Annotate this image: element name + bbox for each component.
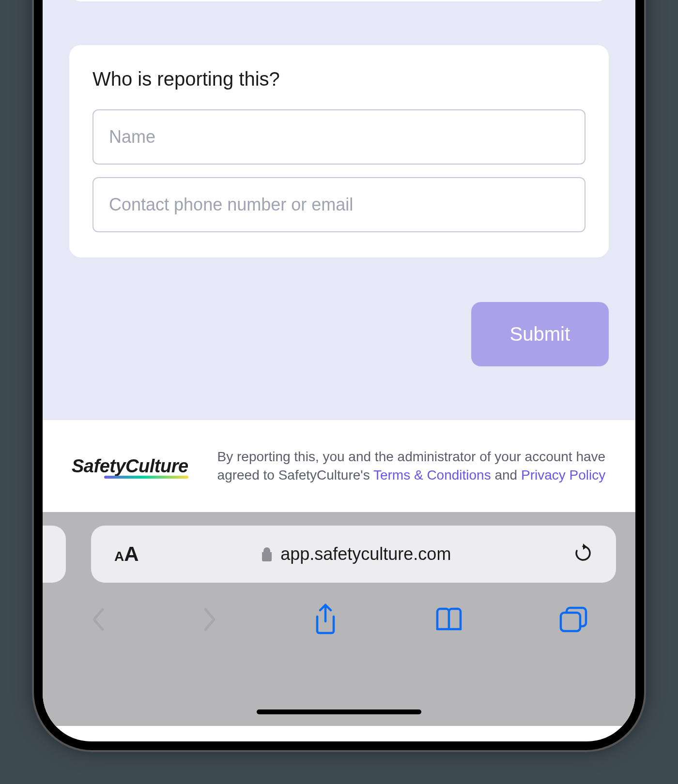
submit-row: Submit xyxy=(69,302,609,366)
card-title: Who is reporting this? xyxy=(92,68,586,90)
svg-rect-1 xyxy=(561,613,580,631)
phone-screen: Who is reporting this? Submit SafetyCult… xyxy=(43,0,635,741)
legal-text: By reporting this, you and the administr… xyxy=(217,448,606,484)
footer-bar: SafetyCulture By reporting this, you and… xyxy=(43,420,635,512)
share-button[interactable] xyxy=(312,603,339,636)
home-indicator[interactable] xyxy=(257,709,421,714)
adjacent-tab-edge[interactable] xyxy=(43,526,66,583)
safetyculture-logo: SafetyCulture xyxy=(72,456,188,477)
aa-small-icon: A xyxy=(114,549,124,564)
forward-button[interactable] xyxy=(201,606,218,633)
lock-icon xyxy=(261,547,273,561)
privacy-link[interactable]: Privacy Policy xyxy=(521,467,605,482)
app-content-area: Who is reporting this? Submit xyxy=(43,0,635,420)
submit-button[interactable]: Submit xyxy=(471,302,609,366)
reload-button[interactable] xyxy=(573,543,593,565)
contact-input[interactable] xyxy=(92,177,586,232)
name-input[interactable] xyxy=(92,109,586,165)
aa-big-icon: A xyxy=(124,543,139,566)
bookmarks-button[interactable] xyxy=(433,607,464,632)
previous-card-bottom xyxy=(69,0,609,1)
back-button[interactable] xyxy=(90,606,107,633)
logo-underline-icon xyxy=(104,476,188,479)
safari-toolbar xyxy=(62,583,616,636)
logo-label: SafetyCulture xyxy=(72,456,188,476)
legal-mid: and xyxy=(491,467,521,482)
phone-device-frame: Who is reporting this? Submit SafetyCult… xyxy=(34,0,644,750)
terms-link[interactable]: Terms & Conditions xyxy=(373,467,491,482)
url-center: app.safetyculture.com xyxy=(261,544,451,564)
logo-text: SafetyCulture xyxy=(72,456,188,477)
safari-chrome: AA app.safetyculture.com xyxy=(43,512,635,726)
text-size-button[interactable]: AA xyxy=(114,543,139,566)
tabs-button[interactable] xyxy=(559,606,588,633)
url-text: app.safetyculture.com xyxy=(280,544,451,564)
url-bar[interactable]: AA app.safetyculture.com xyxy=(91,526,616,583)
reporter-card: Who is reporting this? xyxy=(69,45,609,257)
